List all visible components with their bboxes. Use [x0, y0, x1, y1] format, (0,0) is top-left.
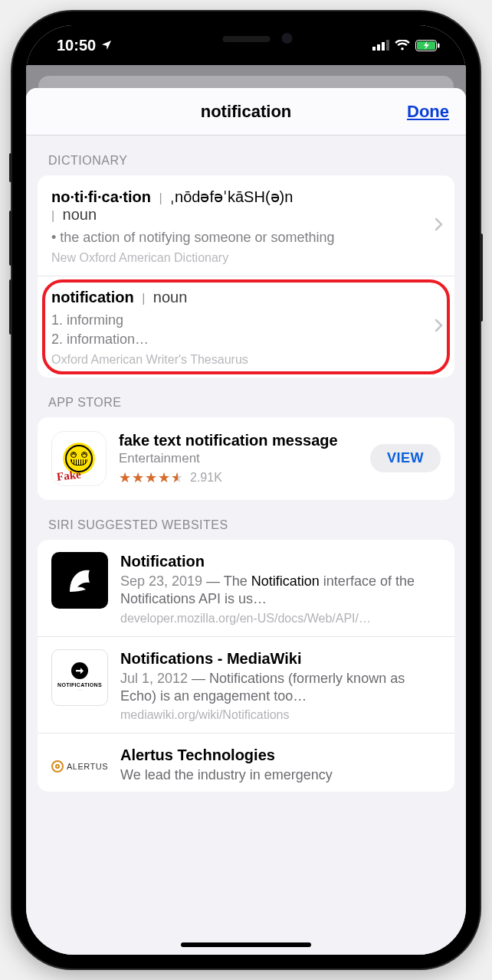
website-title: Notifications - MediaWiki: [120, 649, 441, 668]
app-category: Entertainment: [119, 451, 358, 466]
view-button[interactable]: VIEW: [370, 444, 441, 472]
section-label-dictionary: DICTIONARY: [38, 136, 454, 175]
definition-word: no·ti·fi·ca·tion: [51, 188, 151, 205]
power-button[interactable]: [480, 234, 483, 322]
website-url: mediawiki.org/wiki/Notifications: [120, 708, 441, 722]
cellular-signal-icon: [372, 40, 389, 51]
app-row[interactable]: Fake fake text notification message Ente…: [38, 417, 454, 500]
website-row[interactable]: ALERTUS Alertus Technologies We lead the…: [38, 733, 454, 792]
dictionary-entry[interactable]: no·ti·fi·ca·tion | ˌnōdəfəˈkāSH(ə)n | no…: [38, 175, 454, 276]
sheet-header: notification Done: [26, 88, 466, 136]
home-indicator[interactable]: [181, 942, 311, 947]
section-label-siri: SIRI SUGGESTED WEBSITES: [38, 500, 454, 540]
app-icon-badge: Fake: [56, 468, 81, 483]
battery-charging-icon: [415, 40, 440, 51]
separator: |: [51, 209, 54, 222]
dictionary-card: no·ti·fi·ca·tion | ˌnōdəfəˈkāSH(ə)n | no…: [38, 175, 454, 377]
mute-switch[interactable]: [9, 153, 12, 182]
location-icon: [100, 39, 113, 51]
separator: |: [142, 292, 145, 305]
chevron-right-icon: [435, 217, 444, 234]
website-title: Alertus Technologies: [120, 746, 441, 765]
app-icon: Fake: [51, 431, 107, 486]
sheet-content[interactable]: DICTIONARY no·ti·fi·ca·tion | ˌnōdəfəˈkā…: [26, 136, 466, 955]
definition-pronunciation: ˌnōdəfəˈkāSH(ə)n: [170, 188, 293, 205]
website-description: Jul 1, 2012 — Notifications (formerly kn…: [120, 670, 441, 706]
app-title: fake text notification message: [119, 431, 358, 449]
done-button[interactable]: Done: [407, 102, 449, 122]
svg-rect-2: [382, 42, 385, 51]
rating-count: 2.91K: [190, 471, 222, 485]
screen: 10:50 notification Done: [26, 25, 466, 955]
definition-body: • the action of notifying someone or som…: [51, 228, 441, 247]
svg-rect-1: [377, 44, 380, 51]
website-url: developer.mozilla.org/en-US/docs/Web/API…: [120, 612, 441, 626]
website-row[interactable]: Notification Sep 23, 2019 — The Notifica…: [38, 540, 454, 636]
sheet-title: notification: [201, 102, 292, 122]
star-rating-icon: ★★★★★ ★★★★★: [119, 469, 184, 486]
appstore-card: Fake fake text notification message Ente…: [38, 417, 454, 500]
definition-source: Oxford American Writer's Thesaurus: [51, 353, 441, 367]
website-row[interactable]: NOTIFICATIONS ····· Notifications - Medi…: [38, 636, 454, 733]
separator: |: [159, 191, 162, 204]
volume-up-button[interactable]: [9, 211, 12, 266]
definition-part-of-speech: noun: [153, 289, 188, 305]
definition-source: New Oxford American Dictionary: [51, 251, 441, 265]
volume-down-button[interactable]: [9, 279, 12, 335]
website-title: Notification: [120, 552, 441, 571]
chevron-right-icon: [435, 318, 444, 335]
thesaurus-entry[interactable]: notification | noun 1. informing 2. info…: [38, 276, 454, 377]
siri-websites-card: Notification Sep 23, 2019 — The Notifica…: [38, 540, 454, 792]
svg-rect-6: [438, 43, 440, 47]
mediawiki-icon: NOTIFICATIONS ·····: [51, 649, 108, 706]
device-frame: 10:50 notification Done: [12, 11, 480, 969]
notch: [156, 25, 336, 54]
svg-rect-0: [372, 47, 376, 51]
status-time: 10:50: [57, 37, 96, 54]
wifi-icon: [395, 40, 410, 51]
website-description: Sep 23, 2019 — The Notification interfac…: [120, 573, 441, 609]
mdn-icon: [51, 552, 108, 609]
svg-rect-3: [386, 40, 389, 51]
definition-body: 1. informing 2. information…: [51, 311, 441, 348]
definition-part-of-speech: noun: [63, 206, 97, 223]
definition-word: notification: [51, 289, 134, 305]
lookup-sheet: notification Done DICTIONARY no·ti·fi·ca…: [26, 88, 466, 955]
website-description: We lead the industry in emergency: [120, 766, 441, 784]
alertus-icon: ALERTUS: [51, 746, 108, 787]
section-label-appstore: APP STORE: [38, 377, 454, 417]
